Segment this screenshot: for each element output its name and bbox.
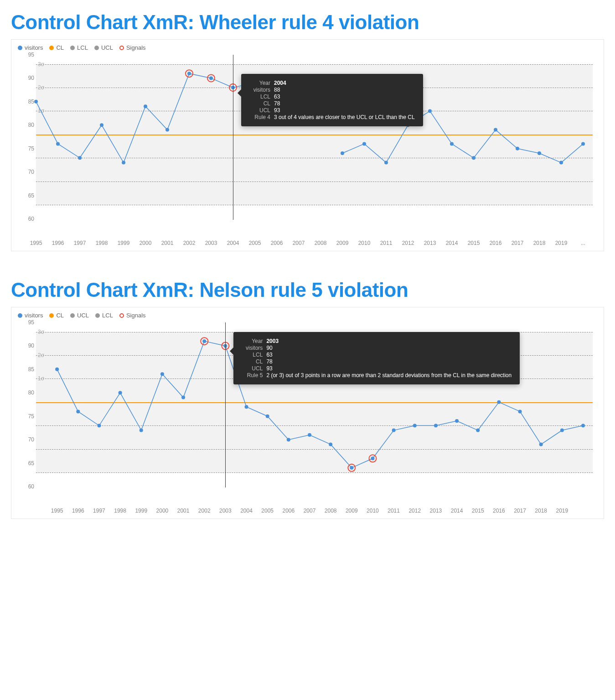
legend-label: LCL (77, 44, 88, 51)
data-point[interactable] (350, 466, 353, 470)
legend-item[interactable]: CL (49, 44, 64, 51)
data-point[interactable] (516, 147, 519, 150)
data-point[interactable] (384, 161, 388, 165)
y-tick-label: 65 (28, 192, 34, 199)
tooltip-label: Rule 5 (240, 372, 266, 379)
data-point[interactable] (78, 156, 82, 160)
data-point[interactable] (559, 161, 563, 165)
tooltip: Year2003visitors90LCL63CL78UCL93Rule 52 … (233, 332, 520, 384)
x-tick-label: 2008 (315, 240, 327, 246)
x-tick-label: 2007 (293, 240, 305, 246)
data-point[interactable] (76, 410, 80, 413)
data-point[interactable] (245, 405, 248, 409)
data-point[interactable] (202, 339, 206, 343)
y-tick-label: 75 (28, 413, 34, 420)
x-tick-label: 2016 (493, 508, 505, 514)
data-point[interactable] (434, 424, 438, 427)
legend-item[interactable]: visitors (18, 312, 43, 319)
x-tick-label: 2013 (424, 240, 436, 246)
cursor-vertical-line (225, 322, 226, 487)
legend-marker-icon (70, 46, 75, 50)
data-point[interactable] (413, 424, 417, 427)
legend-item[interactable]: CL (49, 312, 64, 319)
tooltip-value: 63 (274, 93, 415, 100)
data-point[interactable] (450, 142, 454, 145)
data-point[interactable] (518, 410, 522, 413)
tooltip-label: LCL (248, 93, 274, 100)
data-point[interactable] (56, 142, 60, 145)
data-point[interactable] (119, 391, 122, 394)
data-point[interactable] (97, 424, 101, 427)
data-point[interactable] (287, 438, 290, 441)
data-point[interactable] (362, 142, 366, 145)
legend-label: CL (56, 312, 64, 319)
data-point[interactable] (140, 429, 143, 432)
legend-item[interactable]: UCL (94, 44, 113, 51)
x-tick-label: 2019 (556, 508, 568, 514)
data-point[interactable] (308, 433, 311, 437)
tooltip-row: LCL63 (248, 93, 415, 100)
legend-item[interactable]: UCL (70, 312, 89, 319)
data-point[interactable] (122, 161, 125, 165)
plot-area[interactable]: 60657075808590951σ2σ3σ199519961997199819… (36, 322, 593, 514)
data-point[interactable] (455, 419, 459, 423)
x-tick-label: 2011 (380, 240, 393, 246)
x-tick-label: 2000 (140, 240, 152, 246)
data-point[interactable] (209, 76, 213, 80)
data-point[interactable] (100, 123, 103, 127)
legend-item[interactable]: Signals (119, 44, 146, 51)
data-point[interactable] (165, 128, 169, 132)
x-tick-label: 2018 (533, 240, 546, 246)
data-point[interactable] (581, 142, 585, 145)
data-point[interactable] (181, 396, 185, 399)
data-point[interactable] (494, 128, 497, 132)
x-tick-label: 1997 (74, 240, 86, 246)
tooltip-row: UCL93 (248, 107, 415, 114)
data-point[interactable] (34, 100, 38, 104)
data-point[interactable] (537, 151, 541, 155)
x-tick-label: 2001 (161, 240, 174, 246)
x-tick-label: 1999 (118, 240, 130, 246)
y-axis: 6065707580859095 (21, 322, 34, 487)
legend-item[interactable]: LCL (70, 44, 88, 51)
y-tick-label: 90 (28, 342, 34, 349)
data-point[interactable] (266, 415, 269, 418)
x-tick-label: 2015 (472, 508, 484, 514)
tooltip-label: UCL (240, 365, 266, 372)
x-axis: 1995199619971998199920002001200220032004… (36, 505, 593, 514)
x-tick-label: 2003 (219, 508, 232, 514)
x-tick-label: 1999 (135, 508, 147, 514)
data-point[interactable] (581, 424, 585, 427)
y-axis: 6065707580859095 (21, 55, 34, 219)
legend-marker-icon (18, 313, 22, 318)
tooltip: Year2004visitors88LCL63CL78UCL93Rule 43 … (241, 74, 423, 126)
data-point[interactable] (560, 429, 564, 432)
x-tick-label: 1995 (51, 508, 63, 514)
tooltip-value: 2 (or 3) out of 3 points in a row are mo… (266, 372, 512, 379)
legend-item[interactable]: LCL (95, 312, 113, 319)
y-tick-label: 70 (28, 436, 34, 443)
data-point[interactable] (341, 151, 344, 155)
data-point[interactable] (497, 400, 501, 404)
data-point[interactable] (392, 429, 396, 432)
tooltip-label: CL (240, 358, 266, 365)
legend-item[interactable]: Signals (119, 312, 146, 319)
data-point[interactable] (428, 109, 432, 113)
x-tick-label: 1995 (30, 240, 42, 246)
data-point[interactable] (187, 72, 191, 75)
data-point[interactable] (144, 104, 147, 108)
data-point[interactable] (539, 442, 543, 446)
data-point[interactable] (329, 442, 332, 446)
legend-marker-icon (119, 46, 124, 50)
data-point[interactable] (55, 368, 59, 371)
plot-area[interactable]: 60657075808590951σ2σ3σ199519961997199819… (36, 55, 593, 246)
data-point[interactable] (476, 429, 480, 432)
chart-container: visitorsCLLCLUCLSignals60657075808590951… (11, 39, 604, 251)
data-point[interactable] (160, 372, 164, 376)
x-tick-label: 2005 (261, 508, 274, 514)
data-point[interactable] (371, 456, 374, 460)
data-point[interactable] (472, 156, 475, 160)
legend-item[interactable]: visitors (18, 44, 43, 51)
x-tick-label: 2009 (336, 240, 349, 246)
x-tick-label: 1997 (93, 508, 105, 514)
